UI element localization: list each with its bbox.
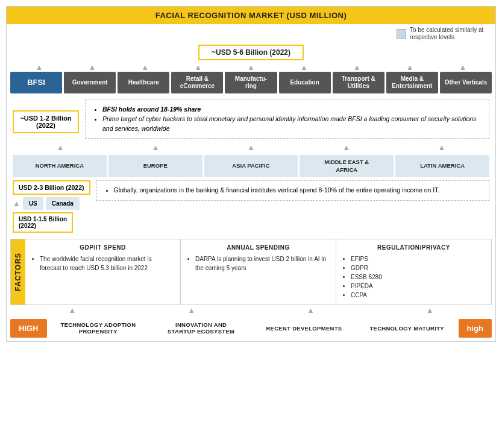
region-latin-america[interactable]: LATIN AMERICA <box>395 155 489 177</box>
na-right: Globally, organizations in the banking &… <box>96 180 489 201</box>
factor-regulation-body: EFIPS GDPR ESSB 6280 PIPEDA CCPA <box>342 254 485 300</box>
bottom-item-tech-adoption: TECHNOLOGY ADOPTIONPROPENSITY <box>47 321 150 335</box>
factor-reg-essb: ESSB 6280 <box>351 273 485 282</box>
bfsi-to-region-connectors: ▲ ▲ ▲ ▲ ▲ <box>7 142 495 153</box>
arrow-b2: ▲ <box>187 306 195 315</box>
region-europe[interactable]: EUROPE <box>108 155 202 177</box>
vertical-other[interactable]: Other Verticals <box>440 72 492 93</box>
vertical-retail[interactable]: Retail &eCommerce <box>171 72 223 93</box>
bottom-item-innovation: INNOVATION ANDSTARTUP ECOSYSTEM <box>149 321 253 335</box>
na-bullet: Globally, organizations in the banking &… <box>114 186 482 195</box>
high-badge-right: high <box>459 319 492 338</box>
factor-regulation-header: REGULATION/PRIVACY <box>342 244 485 251</box>
arrow-r5: ▲ <box>438 143 445 152</box>
regions-row: NORTH AMERICA EUROPE ASIA PACIFIC MIDDLE… <box>7 155 495 177</box>
arrow-r4: ▲ <box>342 143 350 152</box>
bottom-items: TECHNOLOGY ADOPTIONPROPENSITY INNOVATION… <box>47 321 459 335</box>
vertical-education[interactable]: Education <box>279 72 331 93</box>
factors-label: FACTORS <box>11 239 25 304</box>
arrow-down-1: ▲ <box>36 63 43 72</box>
arrow-b1: ▲ <box>68 306 76 315</box>
bottom-label-4: TECHNOLOGY MATURITY <box>369 325 444 332</box>
vertical-bfsi[interactable]: BFSI <box>10 72 62 93</box>
verticals-row: BFSI Government Healthcare Retail &eComm… <box>7 72 495 96</box>
na-sub-row: ▲ US Canada <box>13 197 90 210</box>
factor-annual-bullet: DARPA is planning to invest USD 2 billio… <box>195 254 330 273</box>
top-connectors: ▲ ▲ ▲ ▲ ▲ ▲ ▲ ▲ ▲ <box>7 63 495 72</box>
na-usd-small: USD 1-1.5 Billion(2022) <box>13 212 73 233</box>
bfsi-bullet-1: BFSI holds around 18-19% share <box>102 105 482 115</box>
arrow-down-9: ▲ <box>459 63 467 72</box>
na-sub-regions: US Canada <box>23 197 80 210</box>
factor-gdp-header: GDP/IT SPEND <box>31 244 174 251</box>
na-left: USD 2-3 Billion (2022) ▲ US Canada USD 1… <box>13 180 90 233</box>
bottom-item-maturity: TECHNOLOGY MATURITY <box>356 325 459 332</box>
region-north-america[interactable]: NORTH AMERICA <box>13 155 107 177</box>
na-us[interactable]: US <box>23 197 43 210</box>
factor-annual-header: ANNUAL SPENDING <box>187 244 330 251</box>
page-title: FACIAL RECOGNITION MARKET (USD MILLION) <box>155 11 347 20</box>
factors-content: GDP/IT SPEND The worldwide facial recogn… <box>25 239 491 304</box>
na-arrow: ▲ <box>13 199 20 208</box>
arrow-b3: ▲ <box>307 306 315 315</box>
na-detail: USD 2-3 Billion (2022) ▲ US Canada USD 1… <box>7 177 495 234</box>
arrow-down-5: ▲ <box>247 63 255 72</box>
vertical-government[interactable]: Government <box>64 72 116 93</box>
factor-reg-gdpr: GDPR <box>351 263 485 273</box>
main-container: FACIAL RECOGNITION MARKET (USD MILLION) … <box>6 6 496 342</box>
arrow-down-2: ▲ <box>88 63 96 72</box>
factor-reg-efips: EFIPS <box>351 254 485 263</box>
high-badge-left: HIGH <box>10 319 47 338</box>
vertical-media[interactable]: Media &Entertainment <box>386 72 438 93</box>
factor-gdp-bullet: The worldwide facial recognition market … <box>40 254 174 273</box>
legend-row: To be calculated similarly at respective… <box>7 24 495 43</box>
na-usd-box: USD 2-3 Billion (2022) <box>13 180 90 195</box>
arrow-b4: ▲ <box>426 306 434 315</box>
bottom-label-1: TECHNOLOGY ADOPTIONPROPENSITY <box>60 321 136 335</box>
region-asia-pacific[interactable]: ASIA PACIFIC <box>204 155 298 177</box>
arrow-r2: ▲ <box>152 143 160 152</box>
bottom-row: HIGH TECHNOLOGY ADOPTIONPROPENSITY INNOV… <box>7 315 495 341</box>
factor-reg-ccpa: CCPA <box>351 291 485 300</box>
factor-annual-body: DARPA is planning to invest USD 2 billio… <box>187 254 330 273</box>
factor-reg-pipeda: PIPEDA <box>351 282 485 291</box>
bottom-label-3: RECENT DEVELOPMENTS <box>266 325 342 332</box>
arrow-r3: ▲ <box>247 143 255 152</box>
bottom-item-recent: RECENT DEVELOPMENTS <box>253 325 356 332</box>
legend-box <box>397 29 406 39</box>
usd-total-box: ~USD 5-6 Billion (2022) <box>198 45 304 60</box>
na-canada[interactable]: Canada <box>46 197 80 210</box>
factor-regulation: REGULATION/PRIVACY EFIPS GDPR ESSB 6280 … <box>336 239 491 304</box>
arrow-down-8: ▲ <box>406 63 414 72</box>
arrow-down-7: ▲ <box>353 63 361 72</box>
legend-text: To be calculated similarly at respective… <box>410 27 488 41</box>
usd-center-row: ~USD 5-6 Billion (2022) <box>7 43 495 63</box>
region-middle-east[interactable]: MIDDLE EAST &AFRICA <box>300 155 394 177</box>
arrow-down-6: ▲ <box>300 63 308 72</box>
factor-gdp-body: The worldwide facial recognition market … <box>31 254 174 273</box>
bfsi-bullet-2: Prime target of cyber hackers to steal m… <box>102 115 482 134</box>
vertical-transport[interactable]: Transport &Utilities <box>333 72 384 93</box>
factor-annual: ANNUAL SPENDING DARPA is planning to inv… <box>180 239 336 304</box>
bfsi-detail: ~USD 1-2 Billion(2022) BFSI holds around… <box>7 96 495 142</box>
bfsi-bullets: BFSI holds around 18-19% share Prime tar… <box>85 99 489 139</box>
na-small-row: USD 1-1.5 Billion(2022) <box>13 212 90 233</box>
arrow-down-3: ▲ <box>141 63 149 72</box>
factor-gdp: GDP/IT SPEND The worldwide facial recogn… <box>25 239 180 304</box>
arrow-r1: ▲ <box>57 143 64 152</box>
vertical-healthcare[interactable]: Healthcare <box>118 72 169 93</box>
arrow-down-4: ▲ <box>194 63 202 72</box>
bfsi-usd-box: ~USD 1-2 Billion(2022) <box>13 110 79 133</box>
bottom-connectors: ▲ ▲ ▲ ▲ <box>7 305 495 315</box>
bottom-label-2: INNOVATION ANDSTARTUP ECOSYSTEM <box>168 321 234 335</box>
factors-section: FACTORS GDP/IT SPEND The worldwide facia… <box>10 239 492 305</box>
title-bar: FACIAL RECOGNITION MARKET (USD MILLION) <box>7 7 495 24</box>
vertical-manufacturing[interactable]: Manufactu-ring <box>225 72 277 93</box>
